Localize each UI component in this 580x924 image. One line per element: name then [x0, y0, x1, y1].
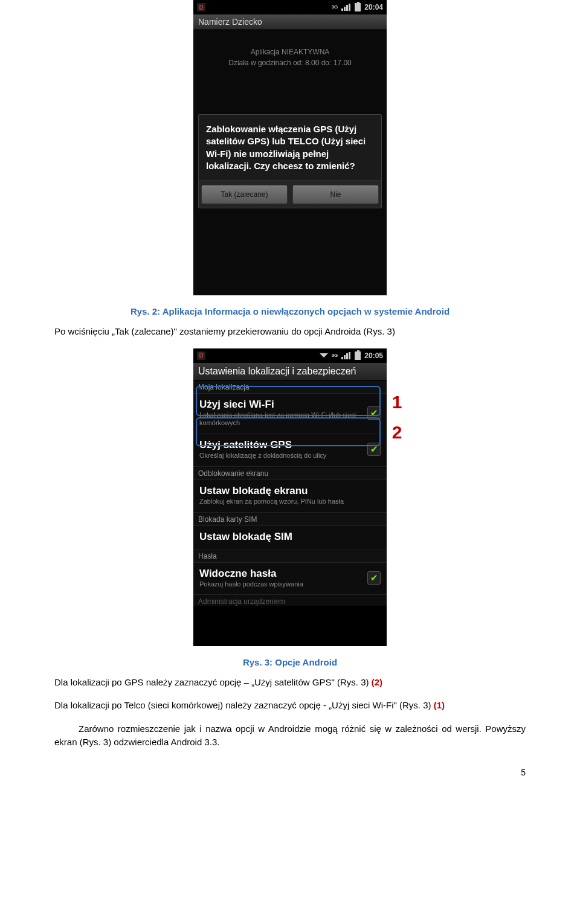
setting-simlock-title: Ustaw blokadę SIM	[199, 531, 381, 543]
app-title-bar: Namierz Dziecko	[193, 14, 387, 30]
yes-button[interactable]: Tak (zalecane)	[201, 185, 288, 204]
paragraph-1: Po wciśnięciu „Tak (zalecane)" zostaniem…	[54, 325, 526, 339]
status-time: 20:04	[364, 3, 383, 11]
screenshot-dialog: D 3G 20:04 Namierz Dziecko Aplikacja NIE…	[193, 0, 387, 295]
no-button[interactable]: Nie	[292, 185, 379, 204]
setting-gps-sub: Określaj lokalizację z dokładnością do u…	[199, 452, 367, 460]
alert-dialog: Zablokowanie włączenia GPS (Użyj satelit…	[198, 114, 382, 208]
inactive-line-2: Działa w godzinach od: 8.00 do: 17.00	[193, 57, 387, 68]
figure-caption-2: Rys. 2: Aplikacja Informacja o niewłączo…	[0, 306, 580, 316]
battery-icon	[355, 3, 361, 11]
section-my-location: Moja lokalizacja	[193, 380, 387, 394]
setting-wifi-title: Użyj sieci Wi-Fi	[199, 399, 367, 411]
annotation-label-2: 2	[387, 422, 407, 443]
page-number: 5	[54, 768, 526, 777]
section-device-admin: Administracja urządzeniem	[193, 595, 387, 606]
para2b-text: Dla lokalizacji po Telco (sieci komórkow…	[54, 700, 434, 710]
setting-visiblepwd-title: Widoczne hasła	[199, 568, 367, 580]
network-3g-icon: 3G	[332, 5, 338, 10]
checkbox-visible-passwords[interactable]: ✔	[367, 571, 381, 585]
signal-icon	[341, 352, 351, 359]
setting-visible-passwords[interactable]: Widoczne hasła Pokazuj hasło podczas wpi…	[193, 563, 387, 595]
status-bar-2: D 3G 20:05	[193, 348, 387, 363]
para2a-text: Dla lokalizacji po GPS należy zaznaczyć …	[54, 677, 372, 687]
setting-use-gps[interactable]: Użyj satelitów GPS Określaj lokalizację …	[193, 434, 387, 467]
screenshot-settings: D 3G 20:05 Ustawienia lokalizacji i zabe…	[193, 348, 387, 646]
setting-use-wifi[interactable]: Użyj sieci Wi-Fi Lokalizacja określana j…	[193, 394, 387, 435]
section-screen-unlock: Odblokowanie ekranu	[193, 467, 387, 480]
inactive-line-1: Aplikacja NIEAKTYWNA	[193, 47, 387, 57]
status-bar: D 3G 20:04	[193, 0, 387, 14]
dialog-message: Zablokowanie włączenia GPS (Użyj satelit…	[199, 115, 381, 181]
para2b-red: (1)	[434, 700, 445, 710]
section-passwords: Hasła	[193, 550, 387, 563]
checkbox-wifi[interactable]: ✔	[367, 406, 381, 420]
app-icon: D	[197, 351, 205, 360]
annotation-label-1: 1	[387, 392, 407, 412]
para2a-red: (2)	[372, 677, 382, 687]
setting-sim-lock[interactable]: Ustaw blokadę SIM	[193, 526, 387, 550]
wifi-icon	[320, 353, 328, 358]
paragraph-2b: Dla lokalizacji po Telco (sieci komórkow…	[54, 699, 526, 713]
figure-caption-3: Rys. 3: Opcje Android	[0, 657, 580, 667]
setting-screenlock-title: Ustaw blokadę ekranu	[199, 485, 381, 497]
network-3g-icon: 3G	[332, 353, 338, 358]
section-sim-lock: Blokada karty SIM	[193, 513, 387, 526]
paragraph-2a: Dla lokalizacji po GPS należy zaznaczyć …	[54, 676, 526, 690]
battery-icon	[355, 351, 361, 360]
status-time-2: 20:05	[364, 351, 383, 360]
setting-wifi-sub: Lokalizacja określana jest za pomocą Wi-…	[199, 411, 367, 428]
setting-screen-lock[interactable]: Ustaw blokadę ekranu Zablokuj ekran za p…	[193, 480, 387, 513]
signal-icon	[341, 4, 351, 11]
setting-visiblepwd-sub: Pokazuj hasło podczas wpisywania	[199, 580, 367, 589]
app-icon: D	[197, 3, 205, 11]
app-status-text: Aplikacja NIEAKTYWNA Działa w godzinach …	[193, 30, 387, 68]
paragraph-3: Zarówno rozmieszczenie jak i nazwa opcji…	[54, 722, 526, 749]
setting-gps-title: Użyj satelitów GPS	[199, 439, 367, 451]
settings-screen-title: Ustawienia lokalizacji i zabezpieczeń	[193, 363, 387, 380]
setting-screenlock-sub: Zablokuj ekran za pomocą wzoru, PINu lub…	[199, 498, 381, 506]
checkbox-gps[interactable]: ✔	[367, 443, 381, 456]
